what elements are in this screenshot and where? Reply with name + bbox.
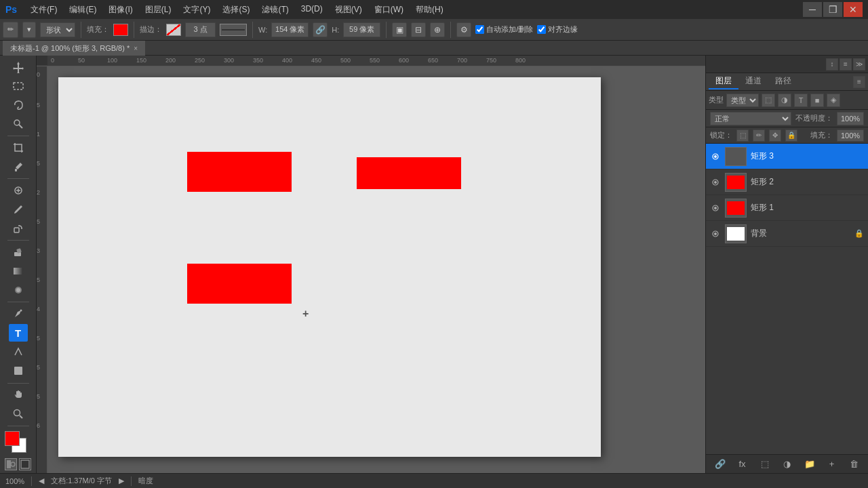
layer-item-background[interactable]: 背景 🔒 — [706, 221, 868, 247]
panel-tool-btn2[interactable]: ≡ — [840, 58, 852, 70]
height-input[interactable] — [343, 22, 380, 37]
brush-tool-btn[interactable] — [9, 201, 28, 218]
svg-text:2: 2 — [37, 189, 40, 196]
width-input[interactable] — [271, 22, 309, 37]
filter-shape-btn[interactable]: ■ — [810, 94, 824, 107]
menu-edit[interactable]: 编辑(E) — [64, 3, 102, 17]
link-dimensions-btn[interactable]: 🔗 — [313, 22, 328, 37]
path-align-btn[interactable]: ⊟ — [411, 22, 426, 37]
path-select-btn[interactable] — [9, 343, 28, 361]
zoom-tool-btn[interactable] — [9, 405, 28, 422]
tool-icon-btn[interactable]: ✏ — [3, 22, 18, 38]
layer-item-rect2[interactable]: 矩形 2 — [706, 169, 868, 195]
lasso-tool-btn[interactable] — [9, 96, 28, 114]
delete-layer-btn[interactable]: 🗑 — [847, 457, 862, 472]
link-layers-btn[interactable]: 🔗 — [713, 457, 728, 472]
opacity-input[interactable] — [837, 112, 864, 125]
panel-tool-btn1[interactable]: ↕ — [826, 58, 838, 70]
layer-item-rect1[interactable]: 矩形 1 — [706, 195, 868, 221]
tab-paths[interactable]: 路径 — [768, 74, 798, 89]
filter-text-btn[interactable]: T — [794, 94, 808, 107]
shape-tool-btn[interactable] — [9, 362, 28, 380]
menu-text[interactable]: 文字(Y) — [178, 3, 216, 17]
stroke-style-picker[interactable] — [220, 24, 247, 36]
menu-select[interactable]: 选择(S) — [217, 3, 255, 17]
new-adj-layer-btn[interactable]: ◑ — [780, 457, 795, 472]
layer-vis-rect2[interactable] — [710, 177, 721, 188]
rect2-shape[interactable] — [357, 157, 461, 189]
menu-3d[interactable]: 3D(D) — [296, 3, 328, 17]
lock-paint-btn[interactable]: ✏ — [753, 129, 765, 142]
filter-pixel-btn[interactable]: ⬚ — [762, 94, 775, 107]
eraser-tool-btn[interactable] — [9, 243, 28, 261]
filter-adjust-btn[interactable]: ◑ — [778, 94, 791, 107]
eyedropper-btn[interactable] — [9, 158, 28, 176]
quick-mask-btn[interactable] — [5, 458, 17, 470]
heal-brush-btn[interactable] — [9, 182, 28, 199]
foreground-color-swatch[interactable] — [5, 431, 20, 446]
menu-file[interactable]: 文件(F) — [25, 3, 62, 17]
layer-vis-bg[interactable] — [710, 228, 721, 239]
panel-menu-btn[interactable]: ≫ — [853, 58, 865, 70]
add-style-btn[interactable]: fx — [735, 457, 750, 472]
filter-smart-btn[interactable]: ◈ — [827, 94, 840, 107]
pen-tool-btn[interactable] — [9, 305, 28, 323]
path-arrange-btn[interactable]: ⊕ — [430, 22, 445, 37]
menu-help[interactable]: 帮助(H) — [410, 3, 449, 17]
align-edges-checkbox[interactable] — [537, 25, 546, 34]
shape-type-select[interactable]: 形状 — [40, 22, 75, 37]
fill-color-swatch[interactable] — [113, 24, 128, 36]
menu-window[interactable]: 窗口(W) — [369, 3, 409, 17]
active-tab[interactable]: 未标题-1 @ 100% (矩形 3, RGB/8) * × — [3, 41, 145, 56]
stroke-size-input[interactable] — [185, 22, 216, 37]
lock-pixels-btn[interactable]: ⬚ — [736, 129, 749, 142]
move-tool-btn[interactable] — [9, 58, 28, 76]
crop-tool-btn[interactable] — [9, 139, 28, 157]
auto-add-checkbox-label[interactable]: 自动添加/删除 — [475, 24, 533, 35]
gear-btn[interactable]: ⚙ — [456, 22, 471, 37]
canvas-scroll-area[interactable]: 0 5 1 5 2 5 3 5 4 5 5 5 6 — [37, 66, 705, 473]
rect3-shape[interactable] — [187, 264, 292, 304]
path-ops-btn[interactable]: ▣ — [392, 22, 407, 37]
blend-mode-select[interactable]: 正常 — [710, 112, 791, 125]
tab-close-btn[interactable]: × — [134, 45, 138, 52]
prev-frame-btn[interactable]: ◀ — [39, 476, 44, 485]
layer-vis-rect3[interactable] — [710, 151, 721, 162]
clone-stamp-btn[interactable] — [9, 220, 28, 237]
menu-filter[interactable]: 滤镜(T) — [256, 3, 294, 17]
lock-move-btn[interactable]: ✥ — [769, 129, 781, 142]
blur-tool-btn[interactable] — [9, 281, 28, 299]
add-mask-btn[interactable]: ⬚ — [757, 457, 772, 472]
fill-input[interactable] — [837, 129, 864, 142]
layer-vis-rect1[interactable] — [710, 203, 721, 214]
canvas-container[interactable]: + — [47, 66, 705, 473]
menu-image[interactable]: 图像(I) — [103, 3, 138, 17]
next-frame-btn[interactable]: ▶ — [119, 476, 124, 485]
tool-arrow-btn[interactable]: ▾ — [22, 22, 36, 38]
svg-rect-22 — [21, 460, 29, 468]
tab-layers[interactable]: 图层 — [709, 74, 738, 89]
gradient-tool-btn[interactable] — [9, 262, 28, 280]
new-group-btn[interactable]: 📁 — [802, 457, 817, 472]
layer-item-rect3[interactable]: 矩形 3 — [706, 144, 868, 169]
menu-layer[interactable]: 图层(L) — [140, 3, 177, 17]
restore-button[interactable]: ❒ — [823, 2, 842, 17]
align-edges-checkbox-label[interactable]: 对齐边缘 — [537, 24, 578, 35]
panel-collapse-btn[interactable]: ≡ — [853, 76, 865, 88]
rect1-shape[interactable] — [187, 152, 292, 192]
menu-view[interactable]: 视图(V) — [330, 3, 368, 17]
stroke-color-swatch[interactable] — [166, 24, 181, 36]
auto-add-checkbox[interactable] — [475, 25, 484, 34]
lock-all-btn[interactable]: 🔒 — [785, 129, 797, 142]
quick-select-btn[interactable] — [9, 115, 28, 133]
close-button[interactable]: ✕ — [844, 2, 863, 17]
minimize-button[interactable]: ─ — [803, 2, 822, 17]
new-layer-btn[interactable]: + — [825, 457, 840, 472]
filter-type-select[interactable]: 类型 — [726, 94, 759, 107]
screen-mode-btn[interactable] — [19, 458, 31, 470]
type-tool-btn[interactable]: T — [9, 324, 28, 342]
photoshop-canvas[interactable]: + — [58, 77, 601, 457]
hand-tool-btn[interactable] — [9, 386, 28, 403]
marquee-tool-btn[interactable] — [9, 77, 28, 95]
tab-channels[interactable]: 通道 — [738, 74, 768, 89]
